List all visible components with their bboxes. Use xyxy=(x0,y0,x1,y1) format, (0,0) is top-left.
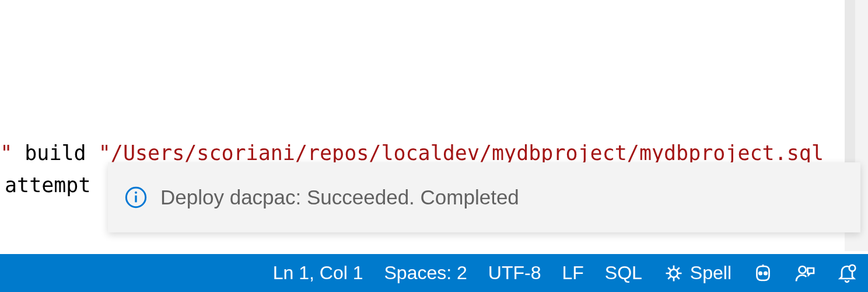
indentation[interactable]: Spaces: 2 xyxy=(384,262,467,284)
feedback-button[interactable] xyxy=(794,263,816,284)
status-bar: Ln 1, Col 1 Spaces: 2 UTF-8 LF SQL Spell xyxy=(0,254,868,292)
end-of-line[interactable]: LF xyxy=(562,262,583,284)
cursor-position[interactable]: Ln 1, Col 1 xyxy=(273,262,363,284)
notification-message: Deploy dacpac: Succeeded. Completed xyxy=(160,186,519,209)
language-mode[interactable]: SQL xyxy=(605,262,642,284)
svg-point-6 xyxy=(799,266,806,273)
notification-toast[interactable]: Deploy dacpac: Succeeded. Completed xyxy=(108,162,860,232)
scrollbar-thumb[interactable] xyxy=(845,0,855,164)
code-text: build xyxy=(12,141,99,165)
code-text: attempt xyxy=(5,173,91,197)
code-string: "/Users/scoriani/repos/localdev/mydbproj… xyxy=(99,141,824,165)
copilot-button[interactable] xyxy=(752,263,774,284)
svg-point-7 xyxy=(849,265,856,271)
code-line: attempt xyxy=(5,170,91,201)
spell-check[interactable]: Spell xyxy=(663,262,732,284)
code-string: et" xyxy=(0,141,12,165)
status-bar-right: Ln 1, Col 1 Spaces: 2 UTF-8 LF SQL Spell xyxy=(273,262,858,284)
bell-icon xyxy=(836,263,858,284)
svg-point-3 xyxy=(670,269,678,277)
spell-label: Spell xyxy=(690,262,732,284)
bug-icon xyxy=(663,263,684,284)
encoding[interactable]: UTF-8 xyxy=(488,262,541,284)
notifications-button[interactable] xyxy=(836,263,858,284)
svg-point-5 xyxy=(764,272,767,274)
copilot-icon xyxy=(752,263,774,284)
svg-point-4 xyxy=(759,272,762,274)
svg-point-2 xyxy=(135,192,137,194)
person-feedback-icon xyxy=(794,263,816,284)
info-icon xyxy=(124,186,148,209)
